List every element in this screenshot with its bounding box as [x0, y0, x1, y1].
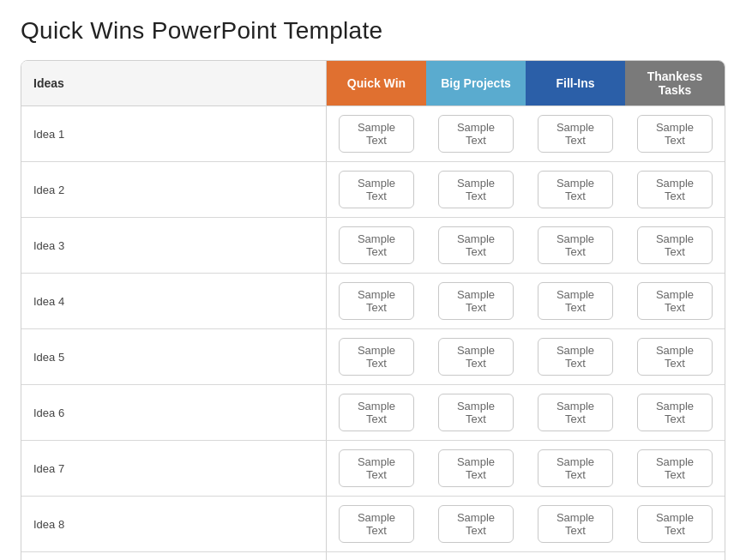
row-2-col2: Sample Text [426, 162, 526, 217]
row-1-col1: Sample Text [327, 106, 426, 161]
sample-text-box: Sample Text [339, 226, 414, 264]
sample-text-box: Sample Text [538, 394, 613, 431]
table-header: Ideas Quick Win Big Projects Fill-Ins Th… [21, 61, 725, 105]
row-9-col2: Sample Text [426, 552, 526, 560]
row-8-col2: Sample Text [426, 497, 526, 551]
row-3-col1: Sample Text [327, 218, 426, 273]
sample-text-box: Sample Text [438, 171, 514, 208]
row-6-col3: Sample Text [526, 385, 625, 440]
row-4-col3: Sample Text [526, 274, 625, 328]
sample-text-box: Sample Text [637, 282, 713, 320]
row-7-col2: Sample Text [426, 441, 526, 496]
sample-text-box: Sample Text [637, 505, 713, 543]
page-title: Quick Wins PowerPoint Template [21, 17, 725, 45]
sample-text-box: Sample Text [538, 505, 613, 543]
row-3-col3: Sample Text [526, 218, 625, 273]
row-1-col4: Sample Text [625, 106, 725, 161]
table-row: Idea 9Sample TextSample TextSample TextS… [21, 551, 725, 560]
row-9-col1: Sample Text [327, 552, 426, 560]
table-row: Idea 6Sample TextSample TextSample TextS… [21, 384, 725, 440]
row-9-col4: Sample Text [625, 552, 725, 560]
idea-label-9: Idea 9 [21, 552, 327, 560]
table-row: Idea 8Sample TextSample TextSample TextS… [21, 496, 725, 551]
row-7-col4: Sample Text [625, 441, 725, 496]
table-row: Idea 2Sample TextSample TextSample TextS… [21, 161, 725, 217]
row-4-col4: Sample Text [625, 274, 725, 328]
sample-text-box: Sample Text [637, 449, 713, 487]
sample-text-box: Sample Text [438, 394, 514, 431]
table-row: Idea 7Sample TextSample TextSample TextS… [21, 440, 725, 496]
idea-label-7: Idea 7 [21, 441, 327, 496]
idea-label-1: Idea 1 [21, 106, 327, 161]
idea-label-6: Idea 6 [21, 385, 327, 440]
row-3-col4: Sample Text [625, 218, 725, 273]
row-4-col1: Sample Text [327, 274, 426, 328]
row-2-col4: Sample Text [625, 162, 725, 217]
sample-text-box: Sample Text [538, 449, 613, 487]
table-row: Idea 3Sample TextSample TextSample TextS… [21, 217, 725, 273]
idea-label-8: Idea 8 [21, 497, 327, 551]
row-9-col3: Sample Text [526, 552, 625, 560]
sample-text-box: Sample Text [438, 282, 514, 320]
row-4-col2: Sample Text [426, 274, 526, 328]
header-thankless: Thankess Tasks [625, 61, 725, 105]
sample-text-box: Sample Text [339, 115, 414, 153]
sample-text-box: Sample Text [339, 394, 414, 431]
row-5-col4: Sample Text [625, 329, 725, 384]
row-2-col3: Sample Text [526, 162, 625, 217]
header-ideas: Ideas [21, 61, 327, 105]
row-6-col2: Sample Text [426, 385, 526, 440]
row-6-col1: Sample Text [327, 385, 426, 440]
row-1-col2: Sample Text [426, 106, 526, 161]
sample-text-box: Sample Text [538, 115, 613, 153]
idea-label-3: Idea 3 [21, 218, 327, 273]
sample-text-box: Sample Text [339, 282, 414, 320]
row-6-col4: Sample Text [625, 385, 725, 440]
row-2-col1: Sample Text [327, 162, 426, 217]
row-3-col2: Sample Text [426, 218, 526, 273]
table-body: Idea 1Sample TextSample TextSample TextS… [21, 105, 725, 560]
sample-text-box: Sample Text [637, 171, 713, 208]
header-bigprojects: Big Projects [426, 61, 526, 105]
table-row: Idea 5Sample TextSample TextSample TextS… [21, 328, 725, 384]
row-8-col4: Sample Text [625, 497, 725, 551]
sample-text-box: Sample Text [637, 394, 713, 431]
sample-text-box: Sample Text [438, 115, 514, 153]
sample-text-box: Sample Text [339, 338, 414, 376]
row-5-col3: Sample Text [526, 329, 625, 384]
sample-text-box: Sample Text [538, 338, 613, 376]
sample-text-box: Sample Text [438, 505, 514, 543]
sample-text-box: Sample Text [538, 226, 613, 264]
row-1-col3: Sample Text [526, 106, 625, 161]
header-fillins: Fill-Ins [526, 61, 625, 105]
sample-text-box: Sample Text [538, 282, 613, 320]
sample-text-box: Sample Text [637, 338, 713, 376]
sample-text-box: Sample Text [438, 226, 514, 264]
header-quickwin: Quick Win [327, 61, 426, 105]
idea-label-4: Idea 4 [21, 274, 327, 328]
idea-label-2: Idea 2 [21, 162, 327, 217]
sample-text-box: Sample Text [637, 226, 713, 264]
sample-text-box: Sample Text [538, 171, 613, 208]
row-7-col1: Sample Text [327, 441, 426, 496]
row-5-col2: Sample Text [426, 329, 526, 384]
idea-label-5: Idea 5 [21, 329, 327, 384]
row-5-col1: Sample Text [327, 329, 426, 384]
sample-text-box: Sample Text [339, 171, 414, 208]
sample-text-box: Sample Text [637, 115, 713, 153]
sample-text-box: Sample Text [438, 449, 514, 487]
row-7-col3: Sample Text [526, 441, 625, 496]
row-8-col3: Sample Text [526, 497, 625, 551]
sample-text-box: Sample Text [438, 338, 514, 376]
table-row: Idea 1Sample TextSample TextSample TextS… [21, 105, 725, 161]
row-8-col1: Sample Text [327, 497, 426, 551]
sample-text-box: Sample Text [339, 449, 414, 487]
table-row: Idea 4Sample TextSample TextSample TextS… [21, 273, 725, 328]
main-table: Ideas Quick Win Big Projects Fill-Ins Th… [21, 60, 725, 560]
sample-text-box: Sample Text [339, 505, 414, 543]
